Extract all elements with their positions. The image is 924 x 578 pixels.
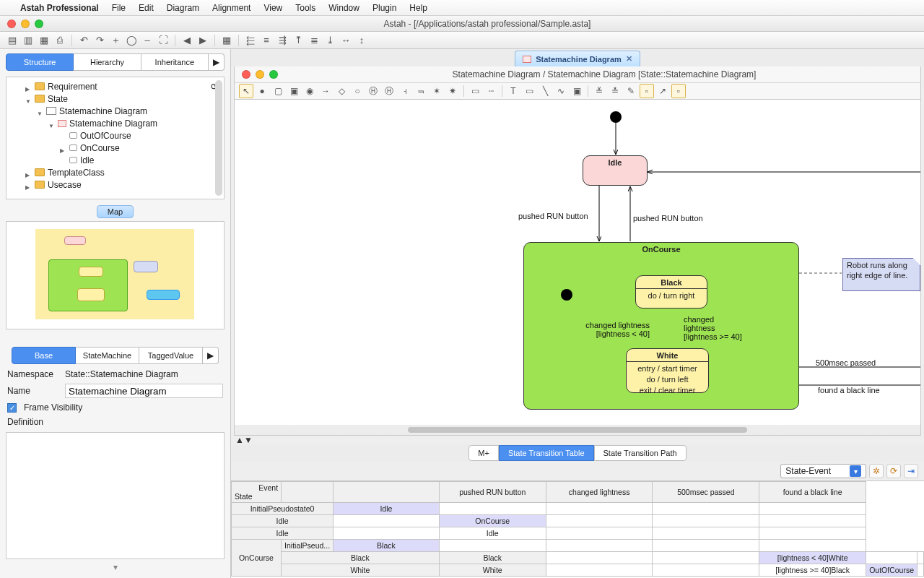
fwd-icon[interactable]: ▶ (196, 34, 209, 47)
zoomout-icon[interactable]: – (141, 34, 154, 47)
fork-icon[interactable]: ⫞ (398, 84, 412, 98)
tree-item[interactable]: State (8, 92, 222, 105)
menu-file[interactable]: File (112, 3, 126, 13)
select-tool-icon[interactable]: ↖ (239, 84, 253, 98)
tree-item[interactable]: TemplateClass (8, 166, 222, 178)
collapse-icon[interactable]: ▾ (6, 559, 225, 572)
mode-c-icon[interactable]: ▫ (671, 84, 686, 98)
menu-view[interactable]: View (263, 3, 282, 13)
initial-pseudostate-inner[interactable] (561, 289, 572, 301)
dist-h-icon[interactable]: ↔ (339, 34, 352, 47)
tab-structure[interactable]: Structure (6, 53, 74, 71)
exit-icon[interactable]: ✷ (445, 84, 460, 98)
proptab-tag[interactable]: TaggedValue (139, 347, 203, 364)
initial-state-icon[interactable]: ● (255, 84, 269, 98)
menu-diagram[interactable]: Diagram (167, 3, 199, 13)
align-t-icon[interactable]: ⤒ (292, 34, 305, 47)
entry-icon[interactable]: ✶ (430, 84, 444, 98)
tree-item[interactable]: Idle (8, 154, 222, 166)
substate-icon[interactable]: ▣ (287, 84, 301, 98)
map-button[interactable]: Map (97, 205, 134, 218)
transition-icon[interactable]: → (318, 84, 333, 98)
tab-hierarchy[interactable]: Hierarchy (74, 53, 141, 71)
back-icon[interactable]: ◀ (180, 34, 193, 47)
new-icon[interactable]: ▤ (6, 34, 19, 47)
rect-icon[interactable]: ▭ (522, 84, 536, 98)
tree-item[interactable]: Usecase (8, 178, 222, 191)
transition-table[interactable]: EventStatepushed RUN buttonchanged light… (231, 480, 924, 578)
choice-icon[interactable]: ◇ (334, 84, 349, 98)
menu-alignment[interactable]: Alignment (212, 3, 250, 13)
menu-plugin[interactable]: Plugin (372, 3, 396, 13)
proptab-sm[interactable]: StateMachine (76, 347, 139, 364)
doc-tab-statemachine[interactable]: Statemachine Diagram ✕ (515, 51, 640, 66)
final-state-icon[interactable]: ◉ (302, 84, 317, 98)
junction-icon[interactable]: ○ (350, 84, 365, 98)
align-m-icon[interactable]: ≣ (308, 34, 321, 47)
diagram-canvas[interactable]: Idle OnCourse Black do / turn right Whit… (235, 100, 920, 425)
highlighter-icon[interactable]: ✎ (624, 84, 638, 98)
initial-pseudostate[interactable] (610, 111, 622, 123)
join-icon[interactable]: ⫬ (414, 84, 428, 98)
tree-item[interactable]: Requirement (8, 80, 222, 92)
inner-min-icon[interactable] (256, 70, 264, 79)
mplus-button[interactable]: M+ (468, 445, 499, 461)
align-l-icon[interactable]: ⬱ (244, 34, 257, 47)
export-icon[interactable]: ⇥ (904, 464, 918, 478)
align-r-icon[interactable]: ⇶ (276, 34, 289, 47)
project-tree[interactable]: ⟳ RequirementStateStatemachine DiagramSt… (6, 77, 225, 199)
inner-close-icon[interactable] (242, 70, 250, 79)
proptab-base[interactable]: Base (12, 347, 76, 364)
state-white[interactable]: White entry / start timerdo / turn lefte… (626, 348, 709, 393)
undo-icon[interactable]: ↶ (77, 34, 90, 47)
line-icon[interactable]: ╲ (538, 84, 552, 98)
zoom100-icon[interactable]: ◯ (125, 34, 138, 47)
tab-state-transition-path[interactable]: State Transition Path (594, 445, 687, 461)
history-icon[interactable]: Ⓗ (366, 84, 380, 98)
text-icon[interactable]: T (506, 84, 520, 98)
image-icon[interactable]: ▣ (570, 84, 584, 98)
save-icon[interactable]: ▦ (38, 34, 51, 47)
tree-item[interactable]: OnCourse (8, 142, 222, 154)
tree-item[interactable]: OutOfCourse (8, 129, 222, 142)
print-icon[interactable]: ⎙ (53, 34, 66, 47)
align-tool-icon[interactable]: ≚ (592, 84, 606, 98)
note-icon[interactable]: ▭ (468, 84, 482, 98)
tree-item[interactable]: Statemachine Diagram (8, 105, 222, 117)
state-idle[interactable]: Idle (583, 155, 648, 186)
definition-textarea[interactable] (6, 432, 225, 559)
deep-history-icon[interactable]: Ⓗ (382, 84, 396, 98)
dist-v-icon[interactable]: ↕ (355, 34, 368, 47)
open-icon[interactable]: ▥ (22, 34, 35, 47)
redo-icon[interactable]: ↷ (93, 34, 106, 47)
state-event-select[interactable]: State-Event▾ (780, 464, 866, 478)
tree-item[interactable]: Statemachine Diagram (8, 117, 222, 129)
proptab-more-icon[interactable]: ▶ (203, 347, 219, 364)
frame-visibility-checkbox[interactable]: ✓ (7, 403, 17, 413)
note[interactable]: Robot runs along right edge of line. (842, 258, 920, 291)
state-black[interactable]: Black do / turn right (635, 275, 707, 309)
splitter-handle[interactable]: ▲▼ (231, 436, 924, 444)
mode-b-icon[interactable]: ↗ (655, 84, 670, 98)
mode-a-icon[interactable]: ▫ (640, 84, 654, 98)
menu-window[interactable]: Window (328, 3, 359, 13)
settings-icon[interactable]: ✲ (869, 464, 884, 478)
menu-help[interactable]: Help (409, 3, 427, 13)
minimap[interactable] (6, 221, 225, 329)
state-icon[interactable]: ▢ (271, 84, 285, 98)
grid-icon[interactable]: ▦ (220, 34, 233, 47)
h-scrollbar[interactable] (235, 425, 920, 435)
tab-inheritance[interactable]: Inheritance (141, 53, 209, 71)
fit-icon[interactable]: ⛶ (157, 34, 170, 47)
menu-tools[interactable]: Tools (295, 3, 315, 13)
tab-more-icon[interactable]: ▶ (209, 53, 225, 71)
close-icon[interactable] (7, 20, 16, 28)
inner-zoom-icon[interactable] (269, 70, 278, 79)
close-tab-icon[interactable]: ✕ (626, 54, 632, 64)
name-input[interactable] (65, 384, 223, 398)
align-b-icon[interactable]: ⤓ (323, 34, 336, 47)
app-name[interactable]: Astah Professional (20, 3, 99, 13)
anchor-icon[interactable]: ┄ (484, 84, 498, 98)
menu-edit[interactable]: Edit (139, 3, 154, 13)
align-tool2-icon[interactable]: ≛ (608, 84, 622, 98)
